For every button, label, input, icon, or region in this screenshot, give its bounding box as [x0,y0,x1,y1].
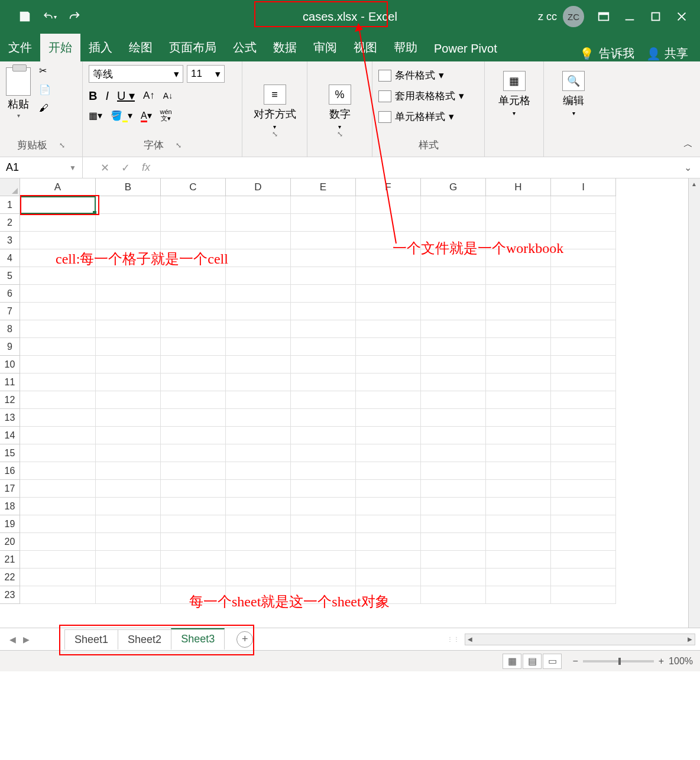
cell[interactable] [486,356,551,373]
format-painter-icon[interactable]: 🖌 [39,103,53,116]
cell[interactable] [551,196,616,214]
cell[interactable] [161,569,226,586]
cell[interactable] [161,498,226,515]
cell[interactable] [161,303,226,320]
cell[interactable] [486,498,551,515]
cell[interactable] [551,267,616,285]
cell[interactable] [421,569,486,586]
row-header[interactable]: 4 [0,249,20,267]
row-header[interactable]: 1 [0,196,20,214]
cell[interactable] [161,320,226,338]
cell[interactable] [356,214,421,232]
cell[interactable] [421,391,486,409]
col-header-A[interactable]: A [20,178,96,196]
cell[interactable] [551,515,616,533]
cell[interactable] [20,285,96,303]
cell[interactable] [421,515,486,533]
cell[interactable] [291,196,356,214]
cell[interactable] [226,462,291,480]
cell[interactable] [20,356,96,373]
font-size-combo[interactable]: 11▾ [187,65,225,83]
cell[interactable] [551,285,616,303]
cell[interactable] [291,480,356,498]
cell[interactable] [291,515,356,533]
cell[interactable] [20,533,96,551]
cell[interactable] [96,356,161,373]
cell[interactable] [96,444,161,462]
cell[interactable] [20,373,96,391]
tab-review[interactable]: 审阅 [305,34,345,61]
close-icon[interactable] [675,10,688,23]
cell[interactable] [421,551,486,569]
dialog-launcher-icon[interactable]: ⤡ [59,141,65,150]
col-header-E[interactable]: E [291,178,356,196]
cell[interactable] [551,533,616,551]
cell[interactable] [421,214,486,232]
cell[interactable] [551,427,616,444]
tab-help[interactable]: 帮助 [385,34,426,61]
cell[interactable] [226,515,291,533]
cell[interactable] [161,533,226,551]
cell[interactable] [291,533,356,551]
cell[interactable] [551,409,616,427]
cell[interactable] [20,586,96,604]
cell[interactable] [421,196,486,214]
cell[interactable] [96,232,161,249]
vertical-scrollbar[interactable] [688,178,700,628]
cell[interactable] [161,214,226,232]
underline-button[interactable]: U ▾ [117,89,135,103]
cell[interactable] [356,462,421,480]
cell[interactable] [356,551,421,569]
cell[interactable] [226,498,291,515]
cell[interactable] [291,409,356,427]
maximize-icon[interactable] [649,10,662,23]
cell[interactable] [486,462,551,480]
cell[interactable] [356,320,421,338]
cells-button[interactable]: ▦ 单元格▾ [491,65,537,116]
fill-color-icon[interactable]: 🪣 ▾ [111,110,132,121]
cell[interactable] [291,444,356,462]
cell[interactable] [96,409,161,427]
cell[interactable] [20,444,96,462]
dialog-launcher-icon[interactable]: ⤡ [337,130,343,138]
cell[interactable] [291,320,356,338]
italic-button[interactable]: I [105,89,109,103]
share-button[interactable]: 👤 共享 [646,46,688,61]
cell[interactable] [226,373,291,391]
cell[interactable] [96,480,161,498]
cell[interactable] [96,285,161,303]
row-header[interactable]: 14 [0,427,20,444]
cell[interactable] [421,427,486,444]
tell-me[interactable]: 💡 告诉我 [579,46,634,61]
cell[interactable] [356,427,421,444]
cell[interactable] [551,462,616,480]
cell[interactable] [20,498,96,515]
cell[interactable] [20,391,96,409]
cell[interactable] [551,569,616,586]
row-header[interactable]: 9 [0,338,20,356]
name-box[interactable]: A1▼ [0,157,83,178]
cell[interactable] [356,444,421,462]
col-header-G[interactable]: G [421,178,486,196]
cell[interactable] [486,214,551,232]
cell[interactable] [421,338,486,356]
row-header[interactable]: 12 [0,391,20,409]
cell[interactable] [96,196,161,214]
cell[interactable] [486,533,551,551]
cell[interactable] [551,391,616,409]
ribbon-display-icon[interactable] [597,10,610,23]
cell[interactable] [20,551,96,569]
cell[interactable] [226,444,291,462]
zoom-slider[interactable] [583,660,654,662]
cell[interactable] [356,391,421,409]
tab-powerpivot[interactable]: Power Pivot [426,36,505,61]
col-header-C[interactable]: C [161,178,226,196]
cancel-icon[interactable]: ✕ [101,161,109,174]
cell[interactable] [551,551,616,569]
row-header[interactable]: 6 [0,285,20,303]
bold-button[interactable]: B [89,89,97,103]
expand-formula-bar-icon[interactable]: ⌄ [684,162,700,173]
cell[interactable] [226,356,291,373]
cell[interactable] [96,569,161,586]
cell[interactable] [356,356,421,373]
